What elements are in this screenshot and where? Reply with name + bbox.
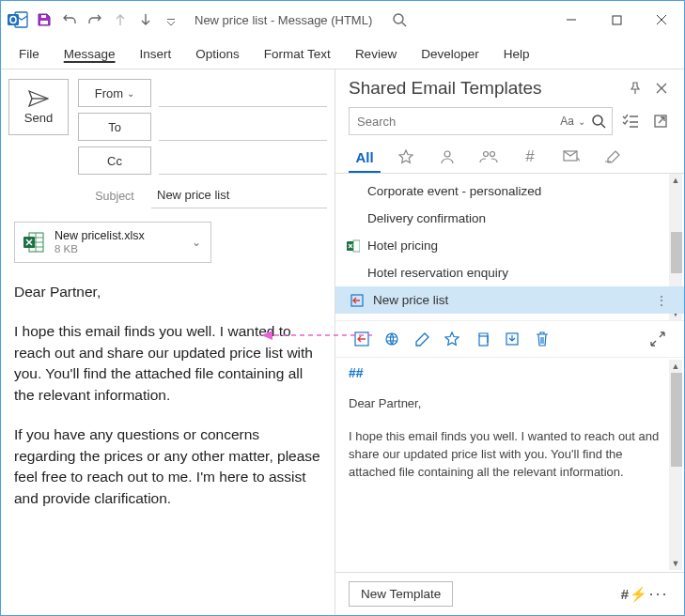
to-button[interactable]: To [78, 113, 151, 141]
attachment-size: 8 KB [54, 243, 180, 256]
insert-template-icon [349, 292, 366, 309]
subject-field[interactable]: New price list [151, 184, 327, 208]
minimize-button[interactable] [549, 1, 594, 38]
attachment-menu-icon[interactable]: ⌄ [188, 236, 205, 249]
outlook-logo-icon [5, 7, 31, 33]
scroll-down-icon[interactable]: ▼ [669, 557, 682, 570]
macro-icon[interactable]: #⚡ [622, 586, 646, 603]
svg-point-5 [394, 14, 403, 23]
preview-scrollbar-thumb[interactable] [671, 373, 682, 467]
send-button[interactable]: Send [8, 79, 69, 135]
filter-team-icon[interactable] [473, 146, 505, 173]
to-field[interactable] [159, 113, 327, 141]
svg-rect-20 [353, 240, 360, 252]
window-title: New price list - Message (HTML) [195, 13, 372, 27]
action-expand-icon[interactable] [645, 327, 671, 351]
svg-point-17 [490, 152, 495, 157]
checklist-icon[interactable] [618, 109, 643, 133]
attachment-chip[interactable]: New pricelist.xlsx 8 KB ⌄ [14, 222, 211, 263]
excel-small-icon [345, 239, 362, 253]
filter-row: All # [335, 141, 684, 174]
send-label: Send [24, 111, 53, 125]
action-link-icon[interactable] [379, 327, 405, 351]
template-item-selected[interactable]: New price list ⋮ [335, 286, 684, 314]
template-item[interactable]: Corporate event - personalized [335, 177, 684, 205]
ribbon-insert[interactable]: Insert [132, 43, 180, 65]
preview-marker: ## [349, 365, 665, 380]
action-favorite-icon[interactable] [439, 327, 465, 351]
title-search-icon[interactable] [381, 12, 418, 27]
save-icon[interactable] [32, 8, 56, 32]
action-copy-icon[interactable] [469, 327, 495, 351]
template-preview: ## Dear Partner, I hope this email finds… [349, 360, 665, 570]
font-size-toggle[interactable]: Aa [560, 115, 574, 128]
scroll-up-icon[interactable]: ▲ [669, 174, 682, 187]
maximize-button[interactable] [594, 1, 639, 38]
from-button[interactable]: From ⌄ [78, 79, 151, 107]
filter-mail-icon[interactable] [555, 146, 587, 173]
template-item[interactable]: Hotel pricing [335, 232, 684, 259]
ribbon-menu: File Message Insert Options Format Text … [1, 38, 684, 69]
templates-panel: Shared Email Templates Aa ⌄ [335, 69, 684, 615]
chevron-down-icon: ⌄ [127, 88, 134, 99]
svg-point-16 [484, 152, 489, 157]
ribbon-options[interactable]: Options [187, 43, 248, 65]
search-input[interactable] [355, 114, 556, 130]
new-template-button[interactable]: New Template [349, 581, 453, 607]
scrollbar-thumb[interactable] [671, 232, 682, 273]
action-delete-icon[interactable] [529, 327, 555, 351]
svg-point-15 [444, 151, 450, 157]
cc-button[interactable]: Cc [78, 146, 151, 175]
svg-rect-24 [479, 336, 488, 346]
filter-all[interactable]: All [349, 146, 381, 173]
ribbon-message[interactable]: Message [55, 43, 124, 65]
svg-point-13 [593, 116, 602, 125]
redo-icon[interactable] [83, 8, 107, 32]
chevron-down-icon[interactable]: ⌄ [578, 116, 585, 127]
body-para1: I hope this email finds you well. I want… [14, 321, 321, 406]
svg-point-23 [386, 333, 397, 345]
ribbon-file[interactable]: File [10, 43, 48, 65]
filter-edit-icon[interactable] [597, 146, 629, 173]
svg-rect-4 [41, 15, 46, 18]
titlebar: New price list - Message (HTML) [1, 1, 684, 38]
action-edit-icon[interactable] [409, 327, 435, 351]
undo-icon[interactable] [57, 8, 82, 32]
template-item[interactable]: Hotel reservation enquiry [335, 259, 684, 286]
filter-favorites-icon[interactable] [390, 146, 422, 173]
ribbon-review[interactable]: Review [347, 43, 405, 65]
from-field[interactable] [159, 79, 327, 107]
qat-overflow-icon[interactable] [159, 8, 183, 32]
preview-greeting: Dear Partner, [349, 395, 665, 413]
excel-file-icon [21, 229, 47, 255]
up-arrow-icon[interactable] [108, 8, 132, 32]
compose-pane: Send From ⌄ To Cc [1, 69, 335, 615]
body-para2: If you have any questions or concerns re… [14, 424, 321, 509]
panel-close-icon[interactable] [650, 77, 673, 100]
item-menu-icon[interactable]: ⋮ [655, 293, 669, 308]
template-list: Corporate event - personalized Delivery … [335, 174, 684, 317]
more-icon[interactable]: ··· [646, 584, 671, 604]
cc-field[interactable] [159, 146, 327, 175]
template-item[interactable]: Delivery confirmation [335, 205, 684, 232]
template-actions [335, 320, 684, 358]
filter-hash-icon[interactable]: # [514, 146, 546, 173]
body-greeting: Dear Partner, [14, 282, 321, 302]
ribbon-help[interactable]: Help [495, 43, 538, 65]
down-arrow-icon[interactable] [133, 8, 158, 32]
attachment-name: New pricelist.xlsx [54, 229, 180, 243]
filter-person-icon[interactable] [431, 146, 463, 173]
search-box[interactable]: Aa ⌄ [349, 107, 613, 135]
svg-rect-6 [613, 16, 621, 24]
ribbon-developer[interactable]: Developer [413, 43, 488, 65]
email-body[interactable]: Dear Partner, I hope this email finds yo… [8, 280, 327, 530]
action-insert-icon[interactable] [349, 327, 375, 351]
ribbon-format-text[interactable]: Format Text [256, 43, 339, 65]
action-import-icon[interactable] [499, 327, 525, 351]
open-external-icon[interactable] [648, 109, 673, 133]
panel-footer: New Template #⚡ ··· [335, 572, 684, 615]
search-icon[interactable] [591, 114, 606, 129]
scroll-up-icon[interactable]: ▲ [669, 360, 682, 373]
pin-icon[interactable] [624, 77, 646, 100]
close-button[interactable] [639, 1, 684, 38]
